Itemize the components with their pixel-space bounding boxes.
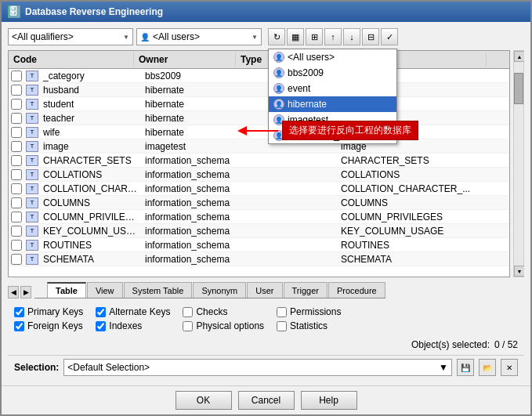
tab-procedure[interactable]: Procedure (328, 282, 385, 298)
option-physical-options[interactable]: Physical options (183, 320, 264, 331)
check-alternate-keys[interactable] (96, 307, 106, 317)
table-row[interactable]: T ROUTINES information_schema ROUTINES (9, 238, 509, 252)
check-foreign-keys[interactable] (14, 321, 24, 331)
row-owner-9: information_schema (142, 197, 244, 209)
table-row[interactable]: T teacher hibernate teacher (9, 111, 509, 125)
toolbar-buttons: ↻ ▦ ⊞ ↑ ↓ ⊟ ✓ (268, 28, 398, 45)
dropdown-item-bbs2009[interactable]: 👤 bbs2009 (269, 65, 396, 81)
row-check-8[interactable] (10, 183, 23, 194)
users-combo[interactable]: 👤 <All users> ▼ (136, 28, 262, 45)
check-indexes[interactable] (96, 321, 106, 331)
row-check-10[interactable] (10, 212, 23, 222)
view-button[interactable]: ▦ (287, 28, 304, 45)
title-icon: 🗄 (8, 5, 20, 18)
option-foreign-keys[interactable]: Foreign Keys (14, 320, 83, 331)
tab-table[interactable]: Table (47, 282, 86, 298)
row-check-11[interactable] (10, 226, 23, 237)
check-permissions[interactable] (277, 307, 287, 317)
option-permissions[interactable]: Permissions (277, 306, 341, 317)
row-check-0[interactable] (10, 71, 23, 81)
users-icon: 👤 (140, 33, 150, 42)
selection-combo[interactable]: <Default Selection> ▼ (63, 359, 452, 376)
split-button[interactable]: ⊞ (306, 28, 323, 45)
option-alternate-keys[interactable]: Alternate Keys (96, 306, 170, 317)
option-indexes[interactable]: Indexes (96, 320, 170, 331)
row-icon-4: T (26, 127, 38, 138)
option-checks[interactable]: Checks (183, 306, 264, 317)
scroll-thumb[interactable] (514, 73, 523, 104)
row-check-2[interactable] (10, 99, 23, 110)
dropdown-item-hibernate[interactable]: 👤 hibernate (269, 96, 396, 112)
table-row[interactable]: T SCHEMATA information_schema SCHEMATA (9, 252, 509, 266)
check-checks[interactable] (183, 307, 193, 317)
row-check-12[interactable] (10, 240, 23, 251)
table-row[interactable]: T CHARACTER_SETS information_schema CHAR… (9, 154, 509, 168)
table-row[interactable]: T husband hibernate husband (9, 83, 509, 97)
check-physical-options[interactable] (183, 321, 193, 331)
selection-load-button[interactable]: 📂 (479, 359, 496, 376)
option-primary-keys[interactable]: Primary Keys (14, 306, 83, 317)
ok-button[interactable]: OK (176, 391, 232, 410)
check-statistics[interactable] (277, 321, 287, 331)
row-name-6: CHARACTER_SETS (338, 154, 494, 167)
filter-button[interactable]: ⊟ (362, 28, 379, 45)
selection-delete-button[interactable]: ✕ (501, 359, 518, 376)
row-icon-11: T (26, 226, 38, 237)
tab-system-table[interactable]: System Table (124, 282, 193, 298)
tab-prev-arrow[interactable]: ◀ (8, 286, 19, 298)
row-check-13[interactable] (10, 254, 23, 265)
row-check-6[interactable] (10, 155, 23, 166)
sort-asc-button[interactable]: ↑ (324, 28, 342, 45)
tab-trigger[interactable]: Trigger (284, 282, 328, 298)
dropdown-item-allusers[interactable]: 👤 <All users> (269, 49, 396, 65)
tab-user[interactable]: User (247, 282, 282, 298)
title-bar: 🗄 Database Reverse Engineering (2, 2, 530, 22)
dropdown-item-infoschema[interactable]: 👤 information_schema (269, 128, 396, 143)
sort-desc-button[interactable]: ↓ (343, 28, 360, 45)
option-statistics[interactable]: Statistics (277, 320, 341, 331)
dropdown-label-3: hibernate (288, 99, 327, 110)
table-row[interactable]: T wife hibernate wife (9, 125, 509, 139)
scrollbar-vertical[interactable]: ▲ ▼ (513, 50, 524, 277)
help-button[interactable]: Help (301, 391, 357, 410)
selection-save-button[interactable]: 💾 (457, 359, 474, 376)
qualifier-combo[interactable]: <All qualifiers> ▼ (8, 28, 133, 45)
table-row[interactable]: T _category bbs2009 _category (9, 69, 509, 83)
cancel-button[interactable]: Cancel (238, 391, 295, 410)
selection-arrow: ▼ (439, 362, 448, 373)
row-type-8 (244, 188, 338, 190)
tab-view[interactable]: View (87, 282, 123, 298)
options-row: Primary Keys Foreign Keys Alternate Keys… (8, 303, 524, 335)
row-check-1[interactable] (10, 85, 23, 96)
scroll-up-arrow[interactable]: ▲ (514, 51, 524, 62)
refresh-button[interactable]: ↻ (268, 28, 285, 45)
table-row[interactable]: T COLLATION_CHARAC... information_schema… (9, 182, 509, 196)
row-check-4[interactable] (10, 127, 23, 138)
row-check-3[interactable] (10, 113, 23, 124)
row-owner-8: information_schema (142, 183, 244, 195)
table-row[interactable]: T student hibernate student (9, 97, 509, 111)
check-primary-keys[interactable] (14, 307, 24, 317)
table-row[interactable]: T image imagetest image (9, 139, 509, 154)
tab-synonym[interactable]: Synonym (193, 282, 246, 298)
row-type-13 (244, 259, 338, 260)
row-icon-6: T (26, 155, 38, 166)
select-all-button[interactable]: ✓ (381, 28, 398, 45)
row-icon-5: T (26, 141, 38, 152)
tab-next-arrow[interactable]: ▶ (20, 286, 31, 298)
table-row[interactable]: T COLUMN_PRIVILEGES information_schema C… (9, 210, 509, 224)
bottom-buttons: OK Cancel Help (2, 385, 530, 414)
row-check-9[interactable] (10, 197, 23, 208)
scroll-down-arrow[interactable]: ▼ (514, 266, 524, 277)
label-indexes: Indexes (109, 320, 142, 331)
row-check-5[interactable] (10, 141, 23, 152)
dropdown-item-event[interactable]: 👤 event (269, 81, 396, 96)
row-check-7[interactable] (10, 169, 23, 180)
table-row[interactable]: T COLLATIONS information_schema COLLATIO… (9, 168, 509, 182)
table-row[interactable]: T KEY_COLUMN_USAGE information_schema KE… (9, 224, 509, 238)
tabs-wrapper: ◀ ▶ Table View System Table Synonym User… (8, 282, 524, 298)
qualifier-value: <All qualifiers> (12, 31, 74, 42)
table-row[interactable]: T COLUMNS information_schema COLUMNS (9, 196, 509, 210)
dropdown-item-imagetest[interactable]: 👤 imagetest (269, 112, 396, 128)
user-icon-0: 👤 (273, 52, 284, 63)
